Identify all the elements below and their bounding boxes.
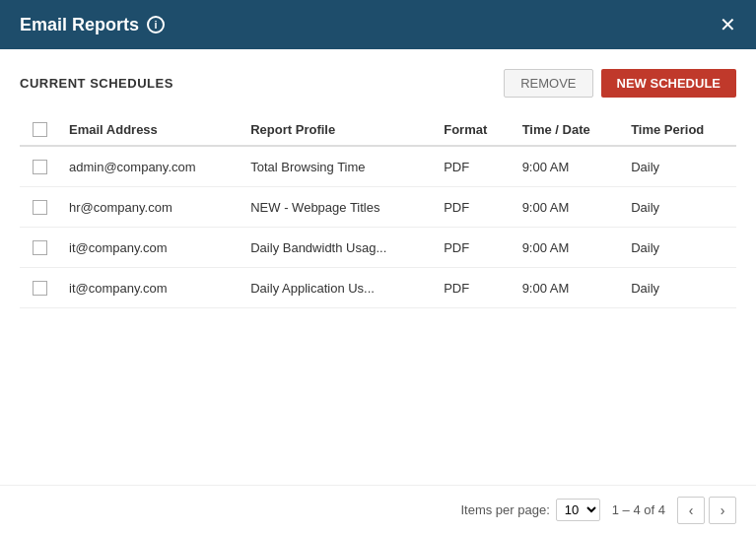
row-profile: Daily Bandwidth Usag... (241, 228, 434, 268)
table-row: it@company.com Daily Application Us... P… (20, 268, 736, 308)
col-profile: Report Profile (241, 113, 434, 146)
schedules-table-container: Email Address Report Profile Format Time… (20, 113, 736, 308)
row-time-date: 9:00 AM (513, 268, 622, 308)
items-per-page-select[interactable]: 10 25 50 (556, 499, 600, 521)
items-per-page-group: Items per page: 10 25 50 (460, 499, 599, 521)
row-checkbox-0[interactable] (33, 160, 47, 174)
row-profile: Total Browsing Time (241, 146, 434, 187)
col-format: Format (434, 113, 512, 146)
row-checkbox-cell (20, 146, 59, 187)
dialog-title: Email Reports (20, 15, 139, 35)
col-time-date: Time / Date (513, 113, 622, 146)
row-checkbox-2[interactable] (33, 240, 47, 255)
dialog-header: Email Reports i ✕ (0, 0, 756, 49)
row-profile: NEW - Webpage Titles (241, 187, 434, 228)
row-time-period: Daily (621, 187, 736, 228)
schedules-table: Email Address Report Profile Format Time… (20, 113, 736, 308)
row-checkbox-3[interactable] (33, 281, 47, 296)
content-area: CURRENT SCHEDULES REMOVE NEW SCHEDULE Em… (0, 49, 756, 308)
row-time-period: Daily (621, 228, 736, 268)
row-time-period: Daily (621, 146, 736, 187)
table-row: hr@company.com NEW - Webpage Titles PDF … (20, 187, 736, 228)
footer: Items per page: 10 25 50 1 – 4 of 4 ‹ › (0, 485, 756, 534)
top-bar: CURRENT SCHEDULES REMOVE NEW SCHEDULE (20, 69, 736, 98)
row-checkbox-cell (20, 268, 59, 308)
row-format: PDF (434, 146, 512, 187)
row-time-period: Daily (621, 268, 736, 308)
col-checkbox (20, 113, 59, 146)
row-checkbox-1[interactable] (33, 200, 47, 215)
page-info: 1 – 4 of 4 (612, 502, 665, 517)
prev-page-button[interactable]: ‹ (677, 497, 705, 524)
new-schedule-button[interactable]: NEW SCHEDULE (601, 69, 736, 98)
row-checkbox-cell (20, 187, 59, 228)
dialog-title-group: Email Reports i (20, 15, 165, 35)
row-email: hr@company.com (59, 187, 241, 228)
row-email: admin@company.com (59, 146, 241, 187)
top-bar-actions: REMOVE NEW SCHEDULE (504, 69, 736, 98)
row-format: PDF (434, 268, 512, 308)
row-format: PDF (434, 187, 512, 228)
row-checkbox-cell (20, 228, 59, 268)
row-profile: Daily Application Us... (241, 268, 434, 308)
col-email: Email Address (59, 113, 241, 146)
row-time-date: 9:00 AM (513, 228, 622, 268)
close-button[interactable]: ✕ (720, 15, 736, 34)
info-icon[interactable]: i (147, 16, 165, 33)
table-row: it@company.com Daily Bandwidth Usag... P… (20, 228, 736, 268)
col-time-period: Time Period (621, 113, 736, 146)
row-email: it@company.com (59, 268, 241, 308)
row-time-date: 9:00 AM (513, 187, 622, 228)
remove-button[interactable]: REMOVE (504, 69, 592, 98)
select-all-checkbox[interactable] (33, 122, 47, 137)
row-email: it@company.com (59, 228, 241, 268)
table-header-row: Email Address Report Profile Format Time… (20, 113, 736, 146)
section-title: CURRENT SCHEDULES (20, 76, 173, 91)
page-nav: ‹ › (677, 497, 736, 524)
table-row: admin@company.com Total Browsing Time PD… (20, 146, 736, 187)
row-time-date: 9:00 AM (513, 146, 622, 187)
row-format: PDF (434, 228, 512, 268)
next-page-button[interactable]: › (709, 497, 736, 524)
items-per-page-label: Items per page: (460, 502, 549, 517)
